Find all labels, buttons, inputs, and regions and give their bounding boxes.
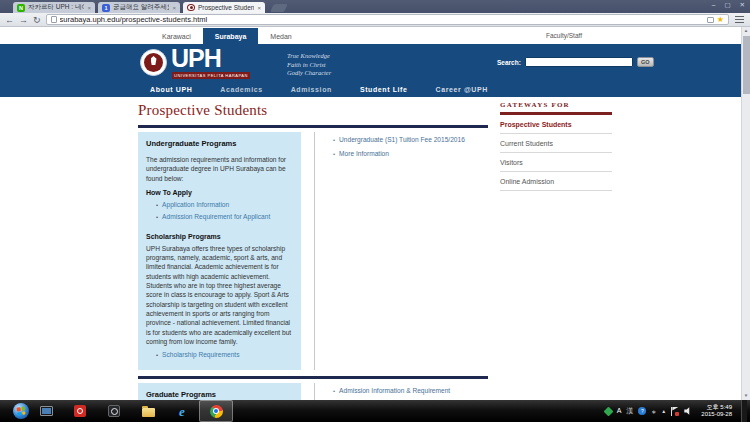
browser-tab-2[interactable]: 1 궁금해요 알려주세요~ 글 × — [98, 2, 180, 13]
nav-student-life[interactable]: Student Life — [360, 86, 408, 93]
naver-favicon-icon: N — [17, 4, 25, 12]
clock-app-icon — [108, 405, 120, 417]
taskbar-monitor-app[interactable] — [29, 400, 63, 422]
gateways-heading: GATEWAYS FOR — [500, 101, 612, 115]
page-icon — [51, 16, 57, 23]
media-player-icon — [74, 405, 86, 417]
screen: N 자카르타 UPH : 네이버 블 × 1 궁금해요 알려주세요~ 글 × P… — [0, 0, 750, 422]
taskbar-media-player-app[interactable] — [63, 400, 97, 422]
clock-date: 2015-09-28 — [701, 411, 732, 419]
tab-close-icon[interactable]: × — [87, 5, 91, 11]
back-icon[interactable]: ← — [5, 15, 14, 25]
bookmark-star-icon[interactable]: ★ — [717, 16, 724, 24]
antivirus-tray-icon[interactable] — [603, 406, 613, 416]
tab-title: 궁금해요 알려주세요~ 글 — [113, 3, 169, 12]
system-tray: A 漢 ? ∗ ▲ 오후 5:49 2015-09-28 — [605, 400, 750, 422]
show-desktop-button[interactable] — [741, 400, 747, 422]
uph-crest-icon[interactable] — [140, 49, 167, 76]
clock-time: 오후 5:49 — [701, 404, 732, 412]
tagline-line: Faith in Christ — [287, 61, 331, 70]
nav-about-uph[interactable]: About UPH — [150, 86, 192, 93]
site-header: UPH UNIVERSITAS PELITA HARAPAN True Know… — [0, 44, 750, 97]
help-tray-icon[interactable]: ? — [638, 407, 646, 415]
browser-tabstrip: N 자카르타 UPH : 네이버 블 × 1 궁금해요 알려주세요~ 글 × P… — [0, 0, 750, 13]
tab-close-icon[interactable]: × — [257, 5, 261, 11]
tagline-line: Godly Character — [287, 69, 331, 78]
sidebar-item-prospective-students[interactable]: Prospective Students — [500, 115, 612, 134]
main-column: Prospective Students Undergraduate Progr… — [138, 97, 488, 422]
more-information-link[interactable]: More Information — [333, 150, 465, 157]
campus-medan-link[interactable]: Medan — [258, 28, 303, 44]
action-center-flag-icon[interactable] — [671, 407, 679, 416]
sidebar-item-visitors[interactable]: Visitors — [500, 153, 612, 172]
scroll-up-icon[interactable]: ▲ — [742, 27, 750, 35]
taskbar-chrome[interactable] — [199, 400, 233, 422]
undergraduate-box: Undergraduate Programs The admission req… — [138, 132, 301, 370]
url-text[interactable]: surabaya.uph.edu/prospective-students.ht… — [60, 15, 704, 24]
search-bar: Search: GO — [497, 57, 654, 67]
undergraduate-section: Undergraduate Programs The admission req… — [138, 128, 488, 370]
maximize-button[interactable]: ▢ — [724, 1, 730, 9]
campus-surabaya-tab[interactable]: Surabaya — [203, 28, 259, 44]
scholarship-body: UPH Surabaya offers three types of schol… — [146, 244, 293, 346]
sidebar-item-current-students[interactable]: Current Students — [500, 134, 612, 153]
admission-requirement-link[interactable]: Admission Requirement for Applicant — [156, 213, 293, 220]
tuition-fee-link[interactable]: Undergraduate (S1) Tuition Fee 2015/2016 — [333, 136, 465, 143]
ime-language-indicator[interactable]: A — [617, 407, 622, 415]
scholarship-heading: Scholarship Programs — [146, 233, 293, 240]
volume-icon[interactable] — [684, 407, 692, 415]
chrome-icon — [210, 405, 223, 418]
taskbar-clock-app[interactable] — [97, 400, 131, 422]
campus-nav: Karawaci Surabaya Medan Faculty/Staff — [0, 28, 742, 44]
omnibox-extension-icon[interactable] — [707, 17, 714, 23]
taskbar-internet-explorer[interactable]: e — [165, 400, 199, 422]
gateways-sidebar: GATEWAYS FOR Prospective Students Curren… — [500, 101, 612, 191]
tray-misc-icon[interactable]: ∗ — [651, 408, 656, 415]
window-controls: – ▢ ✕ — [712, 1, 745, 9]
nav-admission[interactable]: Admission — [291, 86, 332, 93]
qna-favicon-icon: 1 — [102, 4, 110, 12]
refresh-icon[interactable]: ↻ — [33, 15, 41, 25]
apply-links: Application Information Admission Requir… — [156, 201, 293, 220]
search-go-button[interactable]: GO — [637, 57, 654, 67]
ime-hanja-indicator[interactable]: 漢 — [626, 407, 633, 415]
taskbar-clock[interactable]: 오후 5:49 2015-09-28 — [697, 404, 736, 419]
application-information-link[interactable]: Application Information — [156, 201, 293, 208]
undergraduate-heading: Undergraduate Programs — [146, 139, 293, 148]
new-tab-button[interactable] — [270, 4, 288, 12]
sidebar-item-online-admission[interactable]: Online Admission — [500, 172, 612, 191]
scroll-down-icon[interactable]: ▼ — [742, 392, 750, 400]
tagline-line: True Knowledge — [287, 52, 331, 61]
address-bar[interactable]: surabaya.uph.edu/prospective-students.ht… — [46, 14, 729, 25]
undergraduate-intro: The admission requirements and informati… — [146, 155, 293, 183]
start-button[interactable] — [13, 403, 29, 419]
admission-info-requirement-link[interactable]: Admission Information & Requirement — [333, 387, 450, 394]
tab-close-icon[interactable]: × — [172, 5, 176, 11]
faculty-staff-link[interactable]: Faculty/Staff — [546, 32, 582, 39]
undergraduate-side-links: Undergraduate (S1) Tuition Fee 2015/2016… — [315, 128, 465, 370]
chrome-menu-icon[interactable] — [734, 16, 745, 24]
scholarship-requirements-link[interactable]: Scholarship Requirements — [156, 351, 293, 358]
browser-tab-1[interactable]: N 자카르타 UPH : 네이버 블 × — [13, 2, 95, 13]
taskbar-explorer[interactable] — [131, 400, 165, 422]
browser-tab-active[interactable]: Prospective Students × — [183, 2, 265, 13]
scrollbar[interactable]: ▲ ▼ — [741, 27, 750, 400]
close-button[interactable]: ✕ — [740, 1, 745, 9]
search-label: Search: — [497, 59, 521, 66]
tray-overflow-icon[interactable]: ▲ — [661, 408, 666, 414]
how-to-apply-heading: How To Apply — [146, 189, 293, 196]
uph-logo-subtext: UNIVERSITAS PELITA HARAPAN — [172, 72, 250, 79]
minimize-button[interactable]: – — [712, 1, 716, 9]
monitor-app-icon — [40, 406, 53, 416]
scholarship-links: Scholarship Requirements — [156, 351, 293, 358]
uph-logo-text[interactable]: UPH — [171, 45, 221, 72]
forward-icon[interactable]: → — [19, 15, 28, 25]
nav-academics[interactable]: Academics — [220, 86, 262, 93]
windows-logo-icon — [16, 406, 25, 415]
scrollbar-thumb[interactable] — [743, 36, 750, 94]
nav-career-uph[interactable]: Career @UPH — [436, 86, 488, 93]
tab-title: 자카르타 UPH : 네이버 블 — [28, 3, 84, 12]
search-input[interactable] — [525, 57, 633, 67]
uph-favicon-icon — [187, 4, 195, 11]
campus-karawaci-link[interactable]: Karawaci — [150, 28, 203, 44]
